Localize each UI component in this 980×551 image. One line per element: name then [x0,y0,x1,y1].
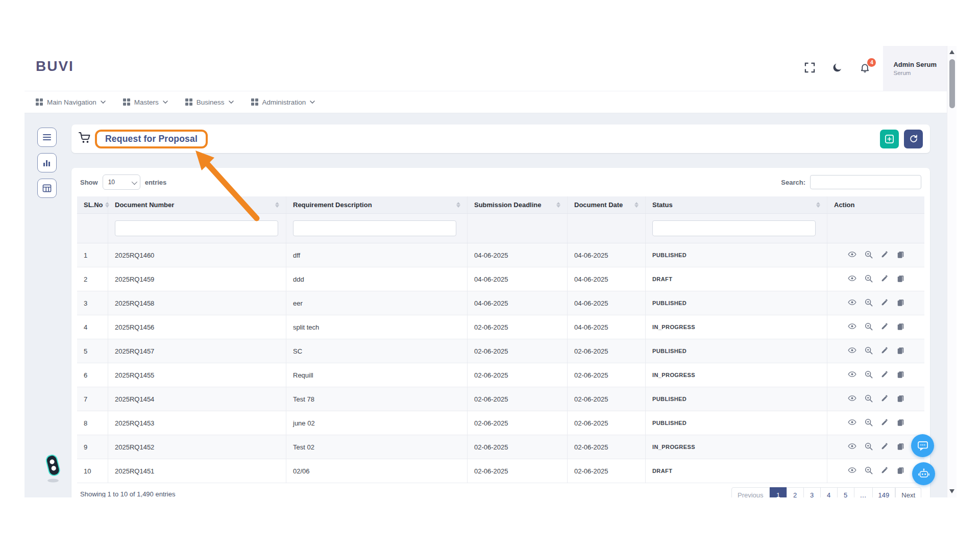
notifications-button[interactable]: 4 [855,59,874,78]
copy-button[interactable] [897,322,904,332]
pagination-next[interactable]: Next [895,487,921,497]
cell-document-number: 2025RQ1457 [108,339,286,363]
edit-button[interactable] [881,274,889,284]
preview-icon [865,394,873,404]
preview-button[interactable] [865,346,873,356]
copy-button[interactable] [897,251,904,260]
view-button[interactable] [848,251,856,259]
column-header-slno[interactable]: SL.No [77,196,108,213]
pagination-page-5[interactable]: 5 [837,487,854,497]
preview-button[interactable] [865,442,873,452]
scrollbar[interactable] [947,46,957,497]
cell-status: DRAFT [646,459,827,483]
edit-button[interactable] [881,442,889,452]
add-record-button[interactable] [880,130,899,148]
refresh-button[interactable] [904,130,923,148]
column-header-document-date[interactable]: Document Date [568,196,646,213]
filter-status-input[interactable] [652,220,816,236]
column-header-status[interactable]: Status [646,196,827,213]
view-button[interactable] [848,323,856,331]
chart-view-button[interactable] [37,153,57,172]
view-icon [848,347,856,355]
preview-button[interactable] [865,274,873,284]
copy-button[interactable] [897,274,904,284]
column-header-action: Action [827,196,924,213]
user-menu[interactable]: Admin Serum Serum [883,46,947,91]
menu-list-button[interactable] [37,128,57,147]
cell-actions [827,435,924,459]
copy-button[interactable] [897,298,904,308]
copy-button[interactable] [897,442,904,452]
cell-slno: 3 [77,291,108,315]
view-button[interactable] [848,443,856,451]
filter-document-number-input[interactable] [115,220,278,236]
view-button[interactable] [848,347,856,355]
table-controls: Show 10 entries Search: [77,168,924,196]
edit-button[interactable] [881,322,889,332]
copy-icon [897,442,904,452]
copy-button[interactable] [897,394,904,404]
scroll-down-arrow[interactable] [949,489,954,493]
preview-button[interactable] [865,418,873,428]
view-icon [848,395,856,403]
pagination-ellipsis[interactable]: … [854,487,873,497]
scrollbar-thumb[interactable] [949,59,955,108]
column-header-document-number[interactable]: Document Number [108,196,286,213]
cell-slno: 9 [77,435,108,459]
bar-chart-icon [42,159,52,167]
edit-button[interactable] [881,251,889,260]
filter-requirement-description-input[interactable] [293,220,456,236]
column-header-submission-deadline[interactable]: Submission Deadline [468,196,568,213]
view-button[interactable] [848,467,856,475]
dark-mode-button[interactable] [828,59,846,78]
preview-icon [865,274,873,284]
edit-button[interactable] [881,466,889,475]
cell-submission-deadline: 02-06-2025 [468,435,568,459]
edit-button[interactable] [881,394,889,404]
view-button[interactable] [848,419,856,427]
cell-actions [827,363,924,387]
pagination-page-149[interactable]: 149 [872,487,896,497]
edit-button[interactable] [881,346,889,356]
nav-item-business[interactable]: Business [185,98,234,106]
search-input[interactable] [810,175,921,189]
copy-button[interactable] [897,370,904,380]
view-button[interactable] [848,275,856,283]
edit-button[interactable] [881,298,889,308]
chevron-down-icon [310,101,315,104]
nav-item-main-navigation[interactable]: Main Navigation [36,98,106,106]
view-button[interactable] [848,299,856,307]
copy-button[interactable] [897,346,904,356]
pagination-page-2[interactable]: 2 [787,487,804,497]
edit-button[interactable] [881,370,889,380]
column-header-requirement-description[interactable]: Requirement Description [286,196,468,213]
cell-submission-deadline: 02-06-2025 [468,339,568,363]
edit-button[interactable] [881,418,889,428]
preview-button[interactable] [865,466,873,476]
nav-item-administration[interactable]: Administration [251,98,315,106]
preview-button[interactable] [865,251,873,260]
preview-icon [865,466,873,476]
pagination-page-1[interactable]: 1 [770,487,787,497]
pagination-page-4[interactable]: 4 [820,487,838,497]
preview-button[interactable] [865,322,873,332]
page-size-select[interactable]: 10 [103,174,140,190]
table-view-button[interactable] [37,179,57,198]
copy-button[interactable] [897,466,904,476]
preview-button[interactable] [865,298,873,308]
preview-button[interactable] [865,394,873,404]
scroll-up-arrow[interactable] [949,50,954,54]
view-button[interactable] [848,371,856,379]
cell-requirement-description: SC [286,339,468,363]
nav-item-masters[interactable]: Masters [123,98,168,106]
cell-requirement-description: ddd [286,267,468,291]
pagination-previous[interactable]: Previous [731,487,770,497]
pagination-page-3[interactable]: 3 [803,487,821,497]
copy-button[interactable] [897,418,904,428]
show-label: Show [80,179,98,186]
chat-float-button[interactable] [911,434,934,457]
view-button[interactable] [848,395,856,403]
fullscreen-button[interactable] [800,59,819,78]
preview-button[interactable] [865,370,873,380]
assistant-bot-float-button[interactable] [912,462,935,485]
